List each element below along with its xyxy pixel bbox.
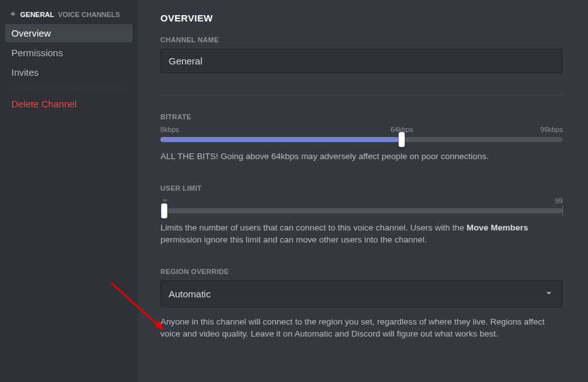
channel-name-label: CHANNEL NAME [160, 36, 563, 44]
user-limit-label: USER LIMIT [160, 184, 563, 192]
channel-name-input[interactable] [160, 49, 563, 73]
settings-sidebar: GENERAL VOICE CHANNELS Overview Permissi… [0, 0, 138, 382]
userlimit-slider-labels: ∞ 99 [160, 197, 563, 205]
bitrate-min-label: 8kbps [160, 126, 179, 133]
region-dropdown[interactable]: Automatic [160, 280, 563, 307]
bitrate-slider-labels: 8kbps 64kbps 96kbps [160, 126, 563, 133]
region-dropdown-value: Automatic [169, 289, 211, 299]
userlimit-slider-endtick [562, 205, 563, 217]
bitrate-label: BITRATE [160, 113, 563, 121]
bitrate-max-label: 96kbps [541, 126, 563, 133]
bitrate-slider[interactable] [160, 137, 563, 142]
sidebar-item-label: Overview [11, 28, 51, 39]
sidebar-item-permissions[interactable]: Permissions [5, 44, 133, 62]
region-label: REGION OVERRIDE [160, 268, 563, 275]
channel-name-section: CHANNEL NAME [160, 36, 563, 73]
bitrate-slider-fill [160, 137, 402, 142]
region-help-text: Anyone in this channel will connect to t… [160, 316, 563, 340]
sidebar-item-label: Invites [11, 67, 39, 78]
page-title: OVERVIEW [160, 13, 563, 23]
region-section: REGION OVERRIDE Automatic Anyone in this… [160, 268, 563, 340]
divider [160, 95, 563, 95]
bitrate-help-text: ALL THE BITS! Going above 64kbps may adv… [160, 151, 563, 163]
bitrate-section: BITRATE 8kbps 64kbps 96kbps ALL THE BITS… [160, 113, 563, 163]
bitrate-slider-thumb[interactable] [399, 132, 405, 147]
sidebar-divider [10, 88, 128, 88]
userlimit-slider-thumb[interactable] [161, 203, 167, 218]
main-content: OVERVIEW CHANNEL NAME BITRATE 8kbps 64kb… [138, 0, 588, 382]
user-limit-section: USER LIMIT ∞ 99 Limits the number of use… [160, 184, 563, 246]
userlimit-slider[interactable] [160, 208, 563, 213]
sidebar-channel-name: GENERAL [20, 11, 54, 18]
speaker-icon [10, 10, 18, 19]
sidebar-item-label: Permissions [11, 47, 63, 58]
sidebar-item-delete-channel[interactable]: Delete Channel [5, 95, 133, 113]
sidebar-header: GENERAL VOICE CHANNELS [5, 10, 133, 23]
userlimit-max-label: 99 [555, 197, 563, 205]
userlimit-help-text: Limits the number of users that can conn… [160, 222, 563, 246]
sidebar-item-label: Delete Channel [11, 98, 76, 109]
sidebar-channel-group: VOICE CHANNELS [58, 11, 120, 18]
chevron-down-icon [543, 287, 555, 301]
sidebar-item-invites[interactable]: Invites [5, 63, 133, 81]
sidebar-item-overview[interactable]: Overview [5, 24, 133, 42]
